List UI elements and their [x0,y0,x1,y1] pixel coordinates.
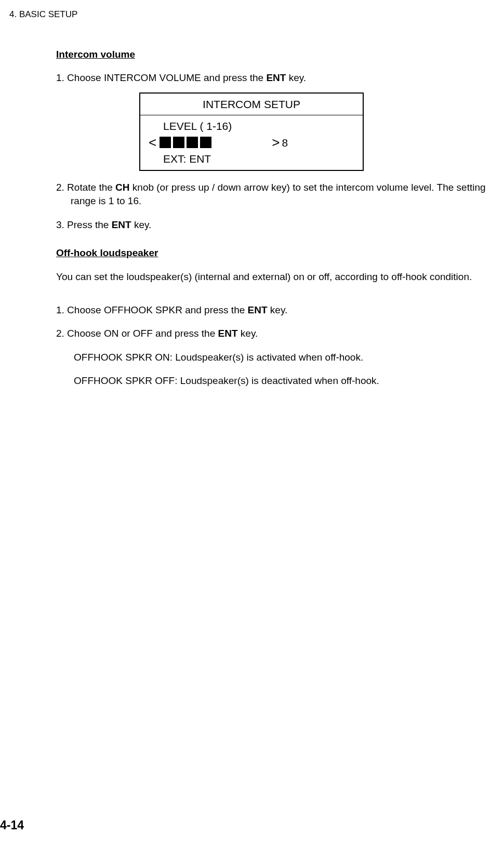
section2-step-2: 2. Choose ON or OFF and press the ENT ke… [56,327,492,341]
section-title-intercom-volume: Intercom volume [56,48,492,62]
step-2-bold: CH [115,182,129,193]
level-block [173,137,184,148]
level-block [200,137,211,148]
section2-sub2: OFFHOOK SPKR OFF: Loudspeaker(s) is deac… [56,374,492,388]
section2-sub1: OFFHOOK SPKR ON: Loudspeaker(s) is activ… [56,351,492,365]
section2-step-1: 1. Choose OFFHOOK SPKR and press the ENT… [56,303,492,317]
screen-intercom-setup: INTERCOM SETUP LEVEL ( 1-16) < > 8 EXT: … [139,92,364,171]
exit-label: EXT: ENT [163,151,354,166]
step-1-text-post: key. [286,72,306,83]
level-block [187,137,198,148]
step-1-text-pre: 1. Choose INTERCOM VOLUME and press the [56,72,266,83]
s2-step2-bold: ENT [218,328,238,339]
step-3-text-pre: 3. Press the [56,219,112,230]
section-title-offhook-loudspeaker: Off-hook loudspeaker [56,246,492,260]
section2-description: You can set the loudspeaker(s) (internal… [56,270,492,284]
page-number: 4-14 [0,817,24,833]
less-than-icon: < [149,136,156,149]
step-1: 1. Choose INTERCOM VOLUME and press the … [56,71,492,85]
step-2-text-pre: 2. Rotate the [56,182,115,193]
level-label: LEVEL ( 1-16) [163,118,354,134]
step-3-text-post: key. [131,219,152,230]
step-2-text-post: knob (or press up / down arrow key) to s… [71,182,486,207]
level-value: 8 [282,135,288,150]
step-1-bold: ENT [266,72,286,83]
s2-step1-post: key. [268,304,288,315]
step-3-bold: ENT [112,219,131,230]
step-2: 2. Rotate the CH knob (or press up / dow… [56,181,492,208]
screen-body: LEVEL ( 1-16) < > 8 EXT: ENT [140,115,363,169]
s2-step1-pre: 1. Choose OFFHOOK SPKR and press the [56,304,248,315]
s2-step2-pre: 2. Choose ON or OFF and press the [56,328,218,339]
level-block [160,137,171,148]
s2-step2-post: key. [238,328,258,339]
screen-title: INTERCOM SETUP [140,94,363,115]
greater-than-icon: > [272,136,280,149]
step-3: 3. Press the ENT key. [56,218,492,232]
level-blocks [160,137,211,148]
s2-step1-bold: ENT [248,304,268,315]
chapter-header: 4. BASIC SETUP [9,8,495,21]
level-bar-row: < > 8 [149,135,354,150]
